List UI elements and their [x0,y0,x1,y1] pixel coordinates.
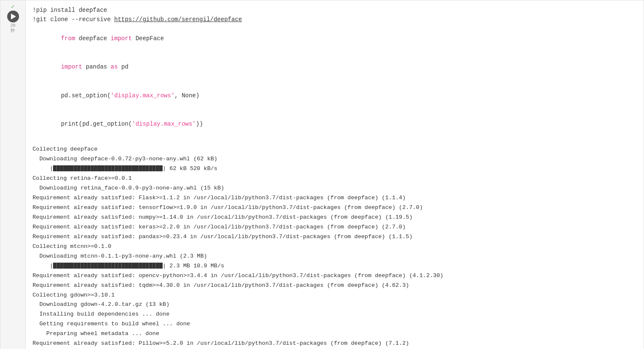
output-section: Collecting deepface Downloading deepface… [33,145,637,349]
as-keyword: as [111,63,118,70]
import-keyword: import [111,35,132,42]
output-line: Requirement already satisfied: tqdm>=4.3… [33,281,637,291]
output-line: Preparing wheel metadata ... done [33,329,637,339]
import-keyword-2: import [61,63,82,70]
output-line: Requirement already satisfied: opencv-py… [33,271,637,281]
code-line-1: !pip install deepface [33,5,637,15]
cell-gutter: ✓ 20 秒 [0,0,26,349]
code-line-4: import pandas as pd [33,53,637,81]
code-line-5: pd.set_option('display.max_rows', None) [33,81,637,110]
output-line: Downloading mtcnn-0.1.1-py3-none-any.whl… [33,252,637,261]
output-line: Downloading gdown-4.2.0.tar.gz (13 kB) [33,300,637,310]
output-line: Collecting deepface [33,145,637,154]
output-line: Requirement already satisfied: keras>=2.… [33,223,637,232]
output-line: |████████████████████████████████| 62 kB… [33,164,637,174]
run-button[interactable] [7,11,19,22]
output-line: Requirement already satisfied: Pillow>=5… [33,339,637,349]
string-display-max-rows-2: 'display.max_rows' [132,121,196,127]
code-line-6: print(pd.get_option('display.max_rows')) [33,110,637,138]
code-line-2: !git clone --recursive https://github.co… [33,15,637,24]
code-section: !pip install deepface !git clone --recur… [33,5,637,138]
code-line-3: from deepface import DeepFace [33,25,637,53]
checkmark-icon: ✓ [11,4,14,10]
string-display-max-rows: 'display.max_rows' [111,92,175,99]
cell-timing: 20 秒 [10,23,15,33]
cell-content: !pip install deepface !git clone --recur… [26,0,644,349]
output-line: Getting requirements to build wheel ... … [33,319,637,329]
output-line: Downloading deepface-0.0.72-py3-none-any… [33,154,637,164]
notebook-cell: ✓ 20 秒 !pip install deepface !git clone … [0,0,644,349]
output-line: Requirement already satisfied: numpy>=1.… [33,213,637,223]
output-line: Requirement already satisfied: Flask>=1.… [33,193,637,203]
output-line: |████████████████████████████████| 2.3 M… [33,261,637,271]
output-line: Collecting mtcnn>=0.1.0 [33,242,637,252]
git-clone-link[interactable]: https://github.com/serengil/deepface [114,16,242,23]
output-line: Requirement already satisfied: tensorflo… [33,203,637,213]
from-keyword: from [61,35,75,42]
output-line: Collecting gdown>=3.10.1 [33,291,637,300]
output-line: Installing build dependencies ... done [33,310,637,319]
cell-status: ✓ 20 秒 [7,4,19,33]
output-line: Downloading retina_face-0.0.9-py3-none-a… [33,184,637,193]
output-line: Requirement already satisfied: pandas>=0… [33,232,637,242]
output-line: Collecting retina-face>=0.0.1 [33,174,637,184]
